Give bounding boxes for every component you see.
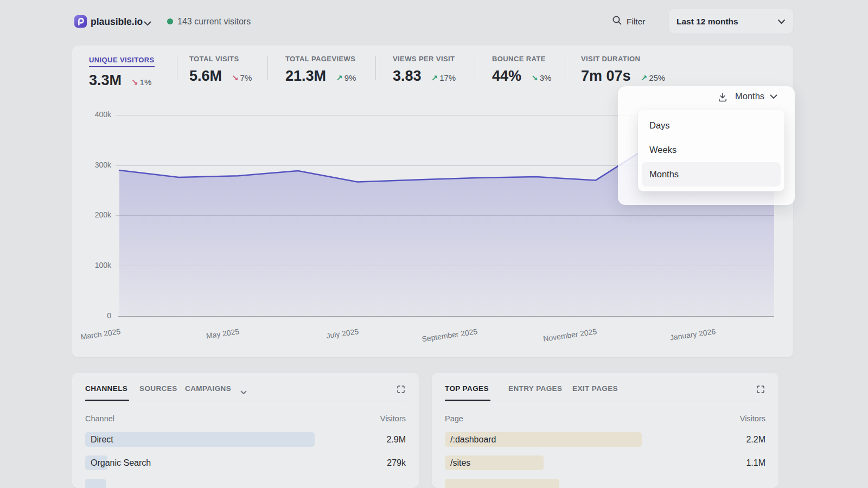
trend-up-icon: ↗ [641,73,648,82]
stat-label[interactable]: VISIT DURATION [581,55,665,63]
row-value: 279k [362,455,406,470]
stat-unique-visitors[interactable]: UNIQUE VISITORS 3.3M↘1% [89,55,155,89]
menu-item-months[interactable]: Months [642,162,781,187]
divider [445,401,765,401]
stat-bounce-rate[interactable]: BOUNCE RATE 44%↘3% [492,55,551,85]
tab-sources[interactable]: SOURCES [139,384,177,393]
tab-top-pages[interactable]: TOP PAGES [445,384,489,393]
date-range-label: Last 12 months [676,17,777,27]
gridline [116,266,774,266]
divider [565,56,565,80]
stat-label[interactable]: BOUNCE RATE [492,55,551,63]
stat-value: 3.83 [393,68,422,85]
date-range-selector[interactable]: Last 12 months [669,9,793,34]
row-value: 1.1M [722,455,765,470]
filter-label: Filter [627,17,645,27]
chevron-down-icon [777,17,786,27]
x-axis-line [118,316,774,317]
current-visitors[interactable]: 143 current visitors [177,16,251,28]
column-header: Channel [85,414,114,423]
stat-views-per-visit[interactable]: VIEWS PER VISIT 3.83↗17% [393,55,456,85]
stat-value: 44% [492,68,521,85]
y-axis-tick: 200k [79,210,111,219]
tab-entry-pages[interactable]: ENTRY PAGES [508,384,562,393]
y-axis-tick: 100k [79,261,111,269]
channel-row-organic-search[interactable]: Organic Search [91,455,151,470]
column-header: Visitors [362,414,406,423]
trend-percent: 7% [240,73,252,82]
trend-percent: 9% [344,73,356,82]
trend-down-icon: ↘ [531,73,538,82]
divider [177,56,177,80]
chevron-down-icon[interactable] [240,387,247,397]
plausible-logo [74,15,87,28]
expand-icon[interactable] [756,384,765,396]
trend-percent: 3% [540,73,552,82]
trend-down-icon: ↘ [232,73,239,82]
row-value: 2.9M [362,432,406,447]
trend-percent: 1% [140,78,152,87]
stat-label[interactable]: UNIQUE VISITORS [89,56,155,67]
stat-value: 5.6M [189,68,222,85]
stat-value: 21.3M [285,68,326,85]
stat-value: 7m 07s [581,68,631,85]
stat-total-pageviews[interactable]: TOTAL PAGEVIEWS 21.3M↗9% [285,55,356,85]
tab-channels[interactable]: CHANNELS [85,384,127,393]
stat-total-visits[interactable]: TOTAL VISITS 5.6M↘7% [189,55,252,85]
column-header: Page [445,414,463,423]
live-indicator-dot [167,18,173,24]
menu-item-days[interactable]: Days [642,113,781,138]
row-bar [85,432,315,447]
tab-exit-pages[interactable]: EXIT PAGES [572,384,618,393]
menu-item-weeks[interactable]: Weeks [642,138,781,162]
row-bar-partial [85,479,106,488]
channel-row-direct[interactable]: Direct [91,432,113,447]
chevron-down-icon [770,92,777,101]
divider [85,401,406,401]
site-switcher-chevron-icon[interactable] [144,18,151,28]
trend-up-icon: ↗ [431,73,438,82]
page-row-sites[interactable]: /sites [450,455,470,470]
divider [267,56,268,80]
interval-selector[interactable]: Months [735,91,777,101]
gridline [116,215,774,216]
trend-percent: 17% [439,73,456,82]
stat-value: 3.3M [89,72,122,89]
plausible-dashboard: plausible.io 143 current visitors Filter… [0,0,868,488]
interval-dropdown-menu: Days Weeks Months [638,110,784,191]
trend-down-icon: ↘ [131,78,138,87]
divider [475,56,475,80]
column-header: Visitors [722,414,765,423]
y-axis-tick: 300k [79,160,111,169]
plausible-logo-icon [76,17,85,25]
site-name[interactable]: plausible.io [91,16,143,28]
trend-percent: 25% [649,73,665,82]
divider [375,56,376,80]
trend-up-icon: ↗ [336,73,343,82]
interval-selected-label: Months [735,91,764,101]
expand-icon[interactable] [396,384,406,396]
row-value: 2.2M [722,432,765,447]
page-row-dashboard[interactable]: /:dashboard [450,432,496,447]
stat-label[interactable]: TOTAL PAGEVIEWS [285,55,356,63]
stat-label[interactable]: VIEWS PER VISIT [393,55,456,63]
row-bar-partial [445,479,559,488]
search-icon [612,15,622,28]
filter-button[interactable]: Filter [612,15,645,28]
download-icon[interactable] [717,92,728,105]
y-axis-tick: 400k [79,110,111,119]
tab-campaigns[interactable]: CAMPAIGNS [185,384,231,393]
stat-label[interactable]: TOTAL VISITS [189,55,252,63]
y-axis-tick: 0 [79,311,111,320]
stat-visit-duration[interactable]: VISIT DURATION 7m 07s↗25% [581,55,665,85]
